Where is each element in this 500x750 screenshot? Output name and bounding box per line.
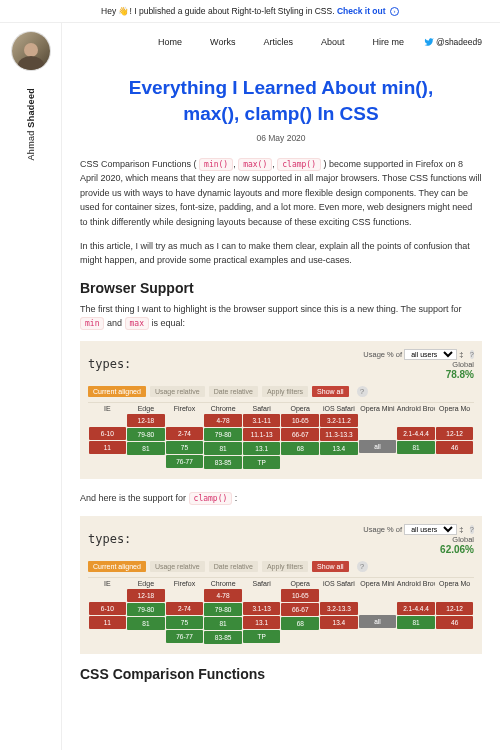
version-cell[interactable]: 68 <box>281 442 319 455</box>
support-tabs: Current alignedUsage relativeDate relati… <box>88 386 474 397</box>
tab-current-aligned[interactable]: Current aligned <box>88 386 146 397</box>
usage-select[interactable]: all users <box>404 524 457 535</box>
version-cell[interactable]: 83-85 <box>204 456 242 469</box>
version-cell[interactable]: 2-74 <box>166 427 204 440</box>
browser-col-head: Edge <box>127 578 166 589</box>
browser-col-head: Opera Mini <box>358 578 397 589</box>
browser-col-head: Safari <box>242 578 281 589</box>
version-cell[interactable]: 75 <box>166 616 204 629</box>
tab-date-relative[interactable]: Date relative <box>209 386 258 397</box>
usage-select[interactable]: all users <box>404 349 457 360</box>
version-cell[interactable]: 66-67 <box>281 428 319 441</box>
version-cell[interactable]: 3.1-13 <box>243 602 281 615</box>
tab-usage-relative[interactable]: Usage relative <box>150 561 205 572</box>
version-cell[interactable]: 10-65 <box>281 589 319 602</box>
version-cell[interactable]: 79-80 <box>127 428 165 441</box>
left-rail: Ahmad Shadeed <box>0 22 62 750</box>
version-cell[interactable]: 11.1-13 <box>243 428 281 441</box>
top-nav: Home Works Articles About Hire me @shade… <box>80 23 482 57</box>
version-cell[interactable]: 13.1 <box>243 616 281 629</box>
help-icon[interactable]: ? <box>357 561 368 572</box>
version-cell[interactable]: all <box>359 615 397 628</box>
version-cell[interactable]: 46 <box>436 616 474 629</box>
tab-date-relative[interactable]: Date relative <box>209 561 258 572</box>
post-title: Everything I Learned About min(), max(),… <box>104 75 458 126</box>
arrow-right-icon: › <box>390 7 399 16</box>
version-cell[interactable]: TP <box>243 630 281 643</box>
browser-col-head: Safari <box>242 403 281 414</box>
version-cell[interactable]: 3.2-11.2 <box>320 414 358 427</box>
version-cell[interactable]: 6-10 <box>89 427 127 440</box>
version-cell[interactable]: 81 <box>127 442 165 455</box>
twitter-link[interactable]: @shadeed9 <box>424 37 482 49</box>
support-tabs: Current alignedUsage relativeDate relati… <box>88 561 474 572</box>
help-icon[interactable]: ? <box>357 386 368 397</box>
twitter-icon <box>424 37 434 49</box>
author-name-vertical: Ahmad Shadeed <box>26 88 36 160</box>
tab-usage-relative[interactable]: Usage relative <box>150 386 205 397</box>
version-cell[interactable]: 81 <box>204 617 242 630</box>
version-cell[interactable]: 4-78 <box>204 589 242 602</box>
nav-hire[interactable]: Hire me <box>372 37 404 47</box>
version-cell[interactable]: 81 <box>397 441 435 454</box>
version-cell[interactable]: 13.1 <box>243 442 281 455</box>
browser-col-head: Android Browser <box>397 578 436 589</box>
announcement-link[interactable]: Check it out <box>337 6 386 16</box>
nav-home[interactable]: Home <box>158 37 182 47</box>
version-cell[interactable]: 68 <box>281 617 319 630</box>
help-icon[interactable]: ? <box>470 350 474 359</box>
nav-about[interactable]: About <box>321 37 345 47</box>
version-cell[interactable]: 76-77 <box>166 630 204 643</box>
browser-col-head: Chrome <box>204 403 243 414</box>
version-cell[interactable]: 4-78 <box>204 414 242 427</box>
tab-show-all[interactable]: Show all <box>312 561 348 572</box>
version-cell[interactable]: 79-80 <box>204 603 242 616</box>
version-cell[interactable]: 12-18 <box>127 414 165 427</box>
version-cell[interactable]: 12-18 <box>127 589 165 602</box>
tab-apply-filters[interactable]: Apply filters <box>262 386 308 397</box>
version-cell[interactable]: 66-67 <box>281 603 319 616</box>
version-cell[interactable]: 3.2-13.3 <box>320 602 358 615</box>
tab-show-all[interactable]: Show all <box>312 386 348 397</box>
nav-articles[interactable]: Articles <box>263 37 293 47</box>
main-column: Home Works Articles About Hire me @shade… <box>62 23 500 681</box>
version-cell[interactable]: TP <box>243 456 281 469</box>
version-cell[interactable]: 2.1-4.4.4 <box>397 602 435 615</box>
support-global: Usage % of all users ‡ ?Global 78.8% <box>363 349 474 380</box>
version-cell[interactable]: all <box>359 440 397 453</box>
version-cell[interactable]: 11 <box>89 441 127 454</box>
version-cell[interactable]: 12-12 <box>436 602 474 615</box>
version-cell[interactable]: 10-65 <box>281 414 319 427</box>
help-icon[interactable]: ? <box>470 525 474 534</box>
tab-apply-filters[interactable]: Apply filters <box>262 561 308 572</box>
browser-col-head: IE <box>88 403 127 414</box>
version-cell[interactable]: 83-85 <box>204 631 242 644</box>
version-cell[interactable]: 3.1-11 <box>243 414 281 427</box>
version-cell[interactable]: 81 <box>127 617 165 630</box>
nav-works[interactable]: Works <box>210 37 235 47</box>
tab-current-aligned[interactable]: Current aligned <box>88 561 146 572</box>
version-cell[interactable]: 6-10 <box>89 602 127 615</box>
version-cell[interactable]: 2-74 <box>166 602 204 615</box>
code-min: min() <box>199 158 233 171</box>
version-cell[interactable]: 76-77 <box>166 455 204 468</box>
version-cell[interactable]: 11 <box>89 616 127 629</box>
browser-col-head: Opera Mini <box>358 403 397 414</box>
version-cell[interactable]: 81 <box>204 442 242 455</box>
version-cell[interactable]: 13.4 <box>320 442 358 455</box>
browser-support-text: The first thing I want to highlight is t… <box>80 302 482 331</box>
version-cell[interactable]: 13.4 <box>320 616 358 629</box>
version-cell[interactable]: 12-12 <box>436 427 474 440</box>
version-cell[interactable]: 11.3-13.3 <box>320 428 358 441</box>
version-cell[interactable]: 46 <box>436 441 474 454</box>
intro-paragraph: CSS Comparison Functions ( min(), max(),… <box>80 157 482 229</box>
post-date: 06 May 2020 <box>80 133 482 143</box>
support-title: types: <box>88 532 131 546</box>
support-table-clamp: types: Usage % of all users ‡ ?Global 62… <box>80 516 482 654</box>
avatar[interactable] <box>12 32 50 70</box>
version-cell[interactable]: 2.1-4.4.4 <box>397 427 435 440</box>
version-cell[interactable]: 79-80 <box>127 603 165 616</box>
version-cell[interactable]: 81 <box>397 616 435 629</box>
version-cell[interactable]: 79-80 <box>204 428 242 441</box>
version-cell[interactable]: 75 <box>166 441 204 454</box>
